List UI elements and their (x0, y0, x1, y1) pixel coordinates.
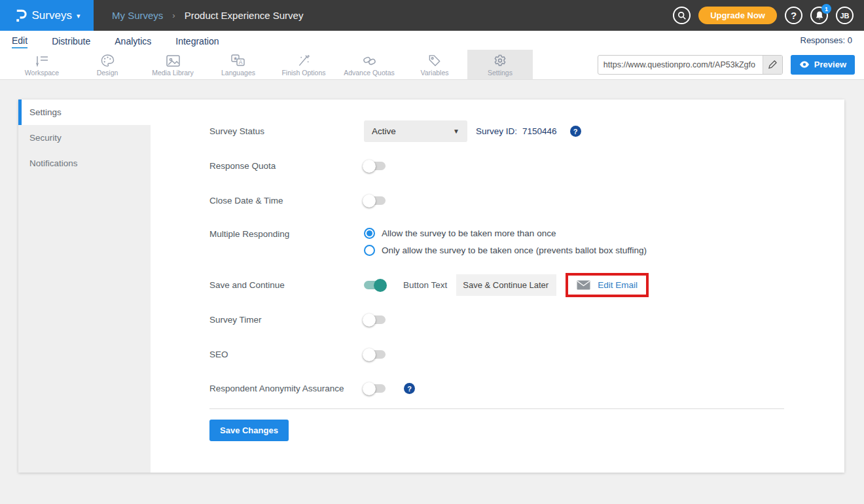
svg-text:A: A (239, 58, 243, 65)
tab-integration[interactable]: Integration (175, 33, 219, 48)
edit-url-button[interactable] (763, 56, 782, 74)
seo-row: SEO (209, 350, 844, 359)
toolbar-item-variables[interactable]: Variables (402, 50, 467, 79)
toolbar-item-advance-quotas[interactable]: Advance Quotas (336, 50, 402, 79)
save-and-continue-label: Save and Continue (209, 280, 364, 290)
anonymity-row: Respondent Anonymity Assurance ? (209, 383, 844, 394)
close-date-row: Close Date & Time (209, 196, 844, 206)
toolbar-item-media-library[interactable]: Media Library (140, 50, 206, 79)
button-text-input[interactable] (456, 274, 556, 296)
survey-status-select[interactable]: Active ▼ (364, 120, 467, 142)
button-text-label: Button Text (403, 280, 447, 290)
preview-label: Preview (814, 60, 846, 69)
survey-timer-toggle[interactable] (364, 315, 386, 324)
close-date-toggle[interactable] (364, 196, 386, 205)
sidebar-item-notifications[interactable]: Notifications (18, 151, 151, 176)
questionpro-logo-icon (14, 8, 27, 24)
survey-url-box (598, 55, 783, 75)
settings-card: Settings Security Notifications Survey S… (18, 99, 844, 473)
highlight-box: Edit Email (566, 273, 649, 297)
wand-icon (297, 53, 311, 67)
gear-icon (493, 53, 507, 67)
multiple-responding-options: Allow the survey to be taken more than o… (364, 228, 647, 256)
divider (209, 408, 784, 409)
radio-selected-icon (364, 228, 375, 239)
seo-toggle[interactable] (364, 350, 386, 359)
upgrade-now-button[interactable]: Upgrade Now (698, 7, 777, 24)
breadcrumb: My Surveys › Product Experience Survey U… (94, 0, 864, 31)
toolbar-item-finish-options[interactable]: Finish Options (271, 50, 336, 79)
toolbar-item-label: Variables (421, 69, 449, 77)
toolbar-item-label: Media Library (152, 69, 194, 77)
survey-status-value: Active (372, 126, 396, 136)
anonymity-toggle[interactable] (364, 384, 386, 393)
tab-edit[interactable]: Edit (12, 33, 27, 48)
toolbar-item-workspace[interactable]: Workspace (9, 50, 75, 79)
survey-timer-row: Survey Timer (209, 315, 844, 325)
toolbar-item-label: Workspace (25, 69, 59, 77)
radio-option-label: Only allow the survey to be taken once (… (382, 245, 647, 255)
survey-id-value: 7150446 (522, 126, 557, 136)
image-icon (166, 53, 181, 67)
search-button[interactable] (673, 7, 691, 24)
notification-count-badge: 1 (821, 4, 831, 14)
translate-icon: ★A (230, 53, 246, 67)
seo-label: SEO (209, 350, 364, 359)
toolbar-item-label: Advance Quotas (344, 69, 395, 77)
response-quota-row: Response Quota (209, 161, 844, 171)
toolbar-item-languages[interactable]: ★A Languages (206, 50, 271, 79)
radio-option-multiple[interactable]: Allow the survey to be taken more than o… (364, 228, 647, 239)
tab-analytics[interactable]: Analytics (115, 33, 151, 48)
survey-timer-label: Survey Timer (209, 315, 364, 325)
anonymity-help-icon[interactable]: ? (404, 383, 415, 394)
product-switcher-label: Surveys (32, 9, 72, 22)
radio-unselected-icon (364, 245, 375, 256)
toolbar-item-label: Design (97, 69, 118, 77)
avatar[interactable]: JB (836, 7, 854, 24)
settings-sidebar: Settings Security Notifications (18, 99, 151, 473)
response-quota-toggle[interactable] (364, 162, 386, 170)
multiple-responding-label: Multiple Responding (209, 229, 364, 239)
survey-nav: Edit Distribute Analytics Integration Re… (0, 31, 864, 50)
multiple-responding-row: Multiple Responding Allow the survey to … (209, 228, 844, 256)
page-title: Product Experience Survey (185, 10, 304, 21)
save-changes-button[interactable]: Save Changes (209, 420, 289, 441)
envelope-icon (577, 280, 590, 290)
responses-count: Responses: 0 (801, 35, 853, 45)
toolbar-item-label: Settings (488, 69, 513, 77)
anonymity-label: Respondent Anonymity Assurance (209, 384, 364, 393)
toolbar-item-label: Finish Options (281, 69, 325, 77)
sidebar-item-security[interactable]: Security (18, 125, 151, 151)
survey-id-help-icon[interactable]: ? (570, 126, 581, 137)
settings-content: Survey Status Active ▼ Survey ID: 715044… (151, 99, 844, 473)
topbar-actions: Upgrade Now ? 1 JB (673, 7, 864, 24)
edit-toolbar: Workspace Design Media Library ★A Langua… (0, 50, 864, 80)
help-button[interactable]: ? (785, 7, 802, 24)
sidebar-item-settings[interactable]: Settings (18, 99, 151, 125)
notifications-button[interactable]: 1 (810, 7, 828, 24)
tag-icon (427, 53, 442, 67)
toolbar-right: Preview (598, 50, 864, 79)
toolbar-item-settings[interactable]: Settings (467, 50, 533, 79)
chain-links-icon (362, 53, 377, 67)
product-switcher[interactable]: Surveys ▾ (0, 0, 94, 31)
survey-status-row: Survey Status Active ▼ Survey ID: 715044… (209, 120, 844, 142)
save-and-continue-toggle[interactable] (364, 281, 386, 289)
pencil-list-icon (34, 53, 50, 67)
save-and-continue-row: Save and Continue Button Text Edit Email (209, 273, 844, 297)
palette-icon (100, 53, 115, 67)
breadcrumb-separator-icon: › (172, 10, 175, 20)
eye-icon (799, 61, 810, 68)
search-icon (677, 11, 687, 20)
radio-option-once[interactable]: Only allow the survey to be taken once (… (364, 245, 647, 256)
survey-id: Survey ID: 7150446 ? (476, 126, 581, 137)
edit-email-button[interactable]: Edit Email (568, 276, 646, 295)
breadcrumb-parent-link[interactable]: My Surveys (112, 10, 163, 21)
tab-distribute[interactable]: Distribute (52, 33, 90, 48)
pencil-icon (768, 60, 777, 69)
survey-url-input[interactable] (598, 60, 763, 69)
topbar: Surveys ▾ My Surveys › Product Experienc… (0, 0, 864, 31)
toolbar-item-design[interactable]: Design (75, 50, 140, 79)
preview-button[interactable]: Preview (791, 55, 855, 75)
toolbar-item-label: Languages (221, 69, 255, 77)
